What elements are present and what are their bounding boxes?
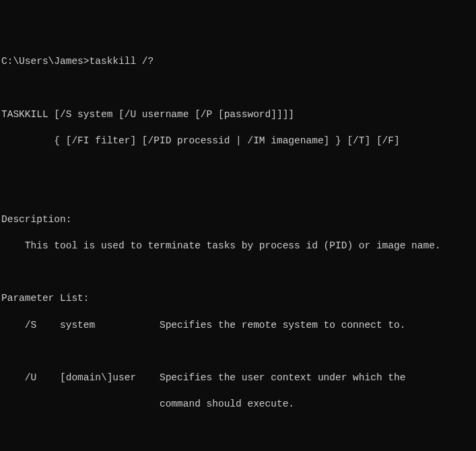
blank-line	[1, 424, 475, 438]
terminal-output: C:\Users\James>taskkill /? TASKKILL [/S …	[1, 42, 475, 451]
blank-line	[1, 345, 475, 359]
syntax-line: TASKKILL [/S system [/U username [/P [pa…	[1, 108, 475, 122]
parameter-list-header: Parameter List:	[1, 292, 475, 306]
command-prompt[interactable]: C:\Users\James>taskkill /?	[1, 55, 475, 69]
param-u: command should execute.	[1, 398, 475, 411]
blank-line	[1, 187, 475, 201]
syntax-line: { [/FI filter] [/PID processid | /IM ima…	[1, 135, 475, 148]
blank-line	[1, 161, 475, 174]
blank-line	[1, 81, 475, 95]
param-s: /S system Specifies the remote system to…	[1, 319, 475, 333]
param-u: /U [domain\]user Specifies the user cont…	[1, 372, 475, 385]
description-text: This tool is used to terminate tasks by …	[1, 240, 475, 253]
blank-line	[1, 266, 475, 279]
description-header: Description:	[1, 213, 475, 227]
